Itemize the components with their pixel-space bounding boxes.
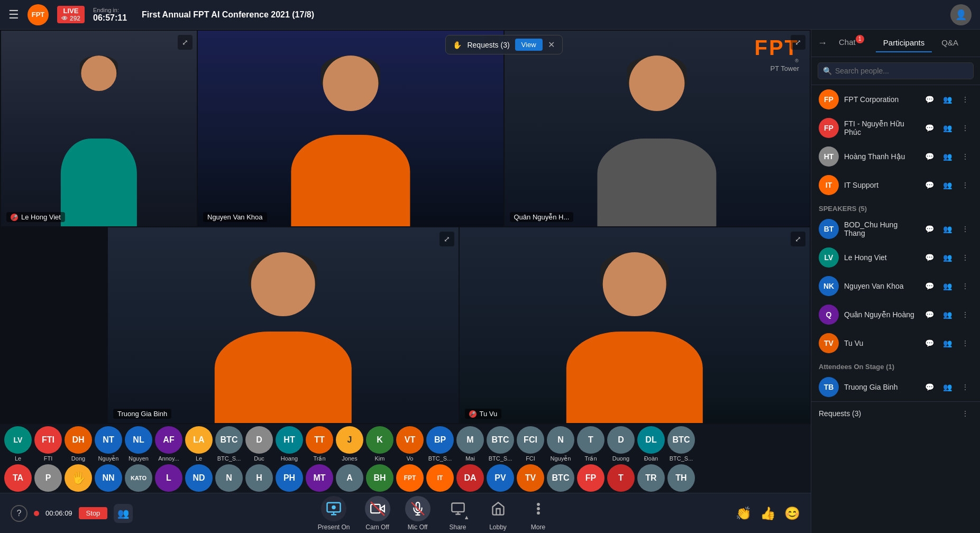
expand-btn-5[interactable]: ⤢ — [791, 232, 805, 246]
stage-action-tgb[interactable]: 👥 — [940, 380, 955, 394]
smile-emoji-button[interactable]: 😊 — [784, 506, 800, 521]
strip-avatar-Nguyen1[interactable]: N Nguyễn — [547, 426, 574, 462]
more-action-it[interactable]: ⋮ — [958, 178, 973, 192]
more-action-nvk[interactable]: ⋮ — [958, 279, 973, 293]
strip-avatar-IT[interactable]: IT IT — [426, 464, 454, 493]
strip-avatar-ND[interactable]: ND Nguyen — [185, 464, 213, 493]
expand-btn-3[interactable]: ⤢ — [791, 35, 805, 50]
strip-avatar-Jones[interactable]: J Jones — [336, 426, 363, 462]
share-action[interactable]: ▲ Share — [445, 496, 471, 531]
strip-avatar-NL[interactable]: NL Nguyen — [125, 426, 152, 462]
tab-qa[interactable]: Q&A — [934, 34, 966, 52]
stage-action-bod[interactable]: 👥 — [940, 222, 955, 236]
strip-avatar-Pham[interactable]: P Pham — [34, 464, 62, 493]
strip-avatar-TA[interactable]: TA Thien — [4, 464, 32, 493]
strip-avatar-DH[interactable]: DH Dong — [65, 426, 92, 462]
chat-action-nvk[interactable]: 💬 — [922, 279, 937, 293]
strip-avatar-LongNV[interactable]: L LongNV — [155, 464, 182, 493]
strip-avatar-AF[interactable]: AF Annoy... — [155, 426, 182, 462]
stage-action-nvk[interactable]: 👥 — [940, 279, 955, 293]
expand-btn-1[interactable]: ⤢ — [178, 35, 193, 50]
requests-more-button[interactable]: ⋮ — [958, 406, 973, 421]
strip-avatar-BTC4[interactable]: BTC BTC_S... — [547, 464, 574, 493]
strip-avatar-thu[interactable]: TH thu — [667, 464, 695, 493]
requests-close-button[interactable]: ✕ — [548, 40, 555, 50]
stage-action-hoang[interactable]: 👥 — [940, 149, 955, 164]
participant-fpt-corporation[interactable]: FP FPT Corporation 💬 👥 ⋮ — [811, 85, 980, 114]
thumbsup-emoji-button[interactable]: 👍 — [760, 506, 776, 521]
more-action-hoang[interactable]: ⋮ — [958, 149, 973, 164]
strip-avatar-FPT[interactable]: FPT FPT — [396, 464, 424, 493]
more-action-lhv[interactable]: ⋮ — [958, 250, 973, 265]
strip-avatar-Trinh[interactable]: TR Trinh — [637, 464, 665, 493]
mic-off-action[interactable]: Mic Off — [405, 496, 431, 531]
participants-panel-button[interactable]: 👥 — [114, 504, 133, 523]
strip-avatar-Mai[interactable]: M Mai — [456, 426, 484, 462]
strip-avatar-BP[interactable]: BP BTC_S... — [426, 426, 454, 462]
more-action-qnh[interactable]: ⋮ — [958, 307, 973, 322]
strip-avatar-DA[interactable]: DA Do — [456, 464, 484, 493]
participant-fti-phuc[interactable]: FP FTI - Nguyễn Hữu Phúc 💬 👥 ⋮ — [811, 114, 980, 142]
strip-avatar-VT[interactable]: VT Vo — [396, 426, 424, 462]
user-avatar[interactable]: 👤 — [950, 4, 972, 25]
stage-action-qnh[interactable]: 👥 — [940, 307, 955, 322]
speaker-le-hong-viet[interactable]: LV Le Hong Viet 💬 👥 ⋮ — [811, 243, 980, 272]
strip-avatar-Hoang[interactable]: H Hoang — [245, 464, 273, 493]
strip-avatar-BH[interactable]: BH BTC_S... — [366, 464, 393, 493]
participant-hoang-thanh-hau[interactable]: HT Hoàng Thanh Hậu 💬 👥 ⋮ — [811, 142, 980, 171]
strip-avatar-NT[interactable]: NT Nguyễn — [95, 426, 122, 462]
more-action-fpt[interactable]: ⋮ — [958, 92, 973, 107]
chat-action-fpt[interactable]: 💬 — [922, 92, 937, 107]
lobby-action[interactable]: Lobby — [486, 496, 511, 531]
tab-participants[interactable]: Participants — [876, 34, 932, 52]
stage-action-fpt[interactable]: 👥 — [940, 92, 955, 107]
speaker-nguyen-van-khoa[interactable]: NK Nguyen Van Khoa 💬 👥 ⋮ — [811, 272, 980, 300]
chat-action-tv[interactable]: 💬 — [922, 336, 937, 351]
stage-action-tv[interactable]: 👥 — [940, 336, 955, 351]
strip-avatar-FTI[interactable]: FTI FTI — [34, 426, 62, 462]
strip-avatar-MT[interactable]: MT Mai — [306, 464, 333, 493]
strip-avatar-TV[interactable]: TV Tu — [517, 464, 544, 493]
search-people-input[interactable] — [818, 62, 974, 79]
clap-emoji-button[interactable]: 👏 — [736, 506, 752, 521]
menu-icon[interactable]: ☰ — [8, 8, 19, 22]
stop-button[interactable]: Stop — [79, 507, 108, 519]
strip-avatar-FCI[interactable]: FCI FCI — [517, 426, 544, 462]
strip-avatar-BTC2[interactable]: BTC BTC_S... — [487, 426, 514, 462]
strip-avatar-BTC1[interactable]: BTC BTC_S... — [215, 426, 243, 462]
strip-avatar-Tran1[interactable]: T Trần — [577, 426, 605, 462]
speaker-quan-nguyen-hoang[interactable]: Q Quân Nguyễn Hoàng 💬 👥 ⋮ — [811, 300, 980, 329]
chat-action-lhv[interactable]: 💬 — [922, 250, 937, 265]
chat-action-bod[interactable]: 💬 — [922, 222, 937, 236]
strip-avatar-BTC3[interactable]: BTC BTC_S... — [667, 426, 695, 462]
chat-action-it[interactable]: 💬 — [922, 178, 937, 192]
strip-avatar-Duong[interactable]: D Duong — [607, 426, 635, 462]
more-action-tgb[interactable]: ⋮ — [958, 380, 973, 394]
chat-action-tgb[interactable]: 💬 — [922, 380, 937, 394]
chat-action-hoang[interactable]: 💬 — [922, 149, 937, 164]
more-action[interactable]: More — [526, 496, 551, 531]
cam-off-action[interactable]: Cam Off — [365, 496, 390, 531]
more-action-bod[interactable]: ⋮ — [958, 222, 973, 236]
stage-action-it[interactable]: 👥 — [940, 178, 955, 192]
speaker-tu-vu[interactable]: TV Tu Vu 💬 👥 ⋮ — [811, 329, 980, 357]
strip-avatar-Nguyen3[interactable]: T Nguyễn — [607, 464, 635, 493]
chat-action-qnh[interactable]: 💬 — [922, 307, 937, 322]
strip-avatar-An[interactable]: A An — [336, 464, 363, 493]
strip-avatar-Kato[interactable]: KATO Kato... — [125, 464, 152, 493]
strip-avatar-NN[interactable]: NN Nhat — [95, 464, 122, 493]
strip-avatar-HT[interactable]: HT Hoang — [276, 426, 303, 462]
strip-avatar-LA[interactable]: LA Le — [185, 426, 213, 462]
strip-avatar-PV[interactable]: PV phuong — [487, 464, 514, 493]
strip-avatar-Doan[interactable]: DL Đoàn — [637, 426, 665, 462]
tab-chat[interactable]: Chat 1 — [831, 33, 874, 53]
help-button[interactable]: ? — [11, 505, 28, 522]
stage-action-fti[interactable]: 👥 — [940, 121, 955, 135]
present-on-action[interactable]: Present On — [318, 496, 350, 531]
strip-avatar-FP[interactable]: FP FTI — [577, 464, 605, 493]
chat-action-fti[interactable]: 💬 — [922, 121, 937, 135]
attendee-truong-gia-binh[interactable]: TB Truong Gia Binh 💬 👥 ⋮ — [811, 373, 980, 401]
expand-btn-4[interactable]: ⤢ — [439, 232, 454, 246]
stage-action-lhv[interactable]: 👥 — [940, 250, 955, 265]
strip-avatar-SonVu[interactable]: 🖐 Son_Vu — [65, 464, 92, 493]
